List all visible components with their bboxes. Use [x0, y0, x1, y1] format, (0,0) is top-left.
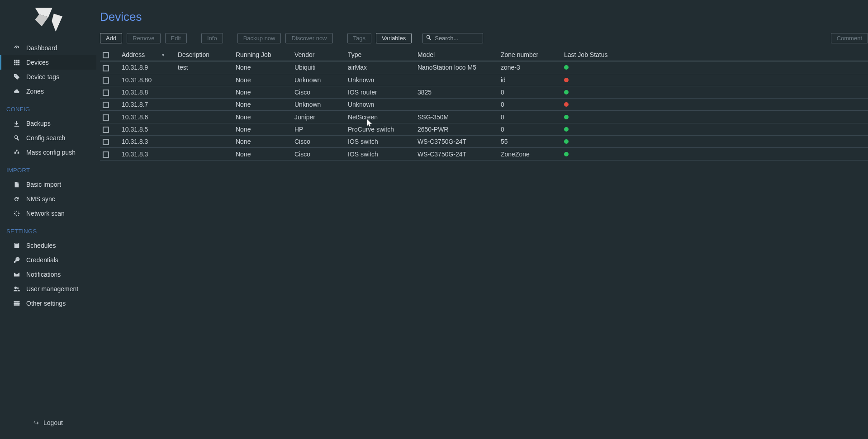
sidebar-item-zones[interactable]: Zones	[0, 84, 96, 99]
search-input[interactable]	[435, 35, 480, 42]
sliders-icon	[13, 300, 21, 307]
sidebar-item-label: Zones	[26, 88, 44, 95]
sidebar-item-mass-config-push[interactable]: Mass config push	[0, 145, 96, 160]
sidebar-item-network-scan[interactable]: Network scan	[0, 206, 96, 221]
table-row[interactable]: 10.31.8.8NoneCiscoIOS router38250	[100, 86, 868, 98]
cell-vendor: Cisco	[292, 86, 345, 98]
sidebar-item-label: Network scan	[26, 210, 65, 217]
checkbox-icon[interactable]	[103, 90, 109, 96]
cell-running-job: None	[233, 86, 292, 98]
cell-description	[175, 74, 233, 86]
sidebar-section-settings: SETTINGS	[0, 224, 96, 238]
column-header-checkbox[interactable]	[100, 49, 119, 61]
checkbox-icon[interactable]	[103, 77, 109, 84]
cell-description: test	[175, 61, 233, 74]
row-checkbox-cell[interactable]	[100, 148, 119, 160]
checkbox-icon[interactable]	[103, 52, 109, 58]
table-row[interactable]: 10.31.8.6NoneJuniperNetScreenSSG-350M0	[100, 111, 868, 123]
search-icon	[13, 135, 21, 141]
sidebar-item-credentials[interactable]: Credentials	[0, 253, 96, 267]
column-header-address[interactable]: Address ▼	[119, 49, 175, 61]
cell-zone: 0	[498, 111, 561, 123]
checkbox-icon[interactable]	[103, 114, 109, 121]
column-header-vendor[interactable]: Vendor	[292, 49, 345, 61]
checkbox-icon[interactable]	[103, 65, 109, 71]
table-row[interactable]: 10.31.8.3NoneCiscoIOS switchWS-C3750G-24…	[100, 148, 868, 160]
sidebar-item-label: Backups	[26, 120, 51, 127]
column-header-description[interactable]: Description	[175, 49, 233, 61]
app-logo	[0, 0, 96, 41]
remove-button[interactable]: Remove	[127, 33, 160, 43]
comment-button[interactable]: Comment	[831, 33, 868, 43]
cell-type: ProCurve switch	[345, 123, 415, 135]
cell-zone: 0	[498, 99, 561, 111]
sidebar-item-notifications[interactable]: Notifications	[0, 267, 96, 282]
sidebar-item-backups[interactable]: Backups	[0, 116, 96, 131]
logout-button[interactable]: ↪ Logout	[0, 412, 96, 439]
cell-description	[175, 136, 233, 148]
cell-type: Unknown	[345, 74, 415, 86]
sidebar-item-nms-sync[interactable]: NMS sync	[0, 192, 96, 206]
cell-zone: 0	[498, 123, 561, 135]
row-checkbox-cell[interactable]	[100, 86, 119, 98]
checkbox-icon[interactable]	[103, 127, 109, 133]
table-row[interactable]: 10.31.8.7NoneUnknownUnknown0	[100, 99, 868, 111]
row-checkbox-cell[interactable]	[100, 61, 119, 74]
svg-marker-2	[52, 14, 62, 32]
variables-button[interactable]: Variables	[376, 33, 412, 43]
cell-model	[415, 99, 498, 111]
table-row[interactable]: 10.31.8.80NoneUnknownUnknownid	[100, 74, 868, 86]
sidebar-item-basic-import[interactable]: Basic import	[0, 177, 96, 192]
edit-button[interactable]: Edit	[165, 33, 187, 43]
cell-address: 10.31.8.3	[119, 148, 175, 160]
cell-zone: 0	[498, 86, 561, 98]
row-checkbox-cell[interactable]	[100, 111, 119, 123]
table-row[interactable]: 10.31.8.5NoneHPProCurve switch2650-PWR0	[100, 123, 868, 135]
cell-running-job: None	[233, 61, 292, 74]
cell-address: 10.31.8.7	[119, 99, 175, 111]
column-header-type[interactable]: Type	[345, 49, 415, 61]
cell-address: 10.31.8.80	[119, 74, 175, 86]
discover-now-button[interactable]: Discover now	[285, 33, 332, 43]
cell-status	[561, 123, 868, 135]
add-button[interactable]: Add	[100, 33, 122, 43]
checkbox-icon[interactable]	[103, 102, 109, 108]
column-header-zone-number[interactable]: Zone number	[498, 49, 561, 61]
info-button[interactable]: Info	[201, 33, 223, 43]
cell-type: airMax	[345, 61, 415, 74]
cell-running-job: None	[233, 136, 292, 148]
sidebar-item-schedules[interactable]: Schedules	[0, 238, 96, 253]
row-checkbox-cell[interactable]	[100, 136, 119, 148]
logo-icon	[32, 8, 65, 33]
cell-description	[175, 111, 233, 123]
column-header-running-job[interactable]: Running Job	[233, 49, 292, 61]
sidebar-item-label: Dashboard	[26, 44, 57, 52]
cell-address: 10.31.8.6	[119, 111, 175, 123]
cell-type: IOS switch	[345, 136, 415, 148]
tags-button[interactable]: Tags	[347, 33, 371, 43]
sidebar-item-device-tags[interactable]: Device tags	[0, 70, 96, 84]
row-checkbox-cell[interactable]	[100, 99, 119, 111]
backup-now-button[interactable]: Backup now	[237, 33, 281, 43]
sidebar-item-devices[interactable]: Devices	[0, 55, 96, 70]
sidebar-item-label: Device tags	[26, 73, 59, 80]
table-row[interactable]: 10.31.8.3NoneCiscoIOS switchWS-C3750G-24…	[100, 136, 868, 148]
table-row[interactable]: 10.31.8.9testNoneUbiquitiairMaxNanoStati…	[100, 61, 868, 74]
cell-zone: ZoneZone	[498, 148, 561, 160]
status-dot-icon	[564, 65, 569, 70]
svg-marker-0	[35, 8, 52, 17]
row-checkbox-cell[interactable]	[100, 74, 119, 86]
column-header-model[interactable]: Model	[415, 49, 498, 61]
cell-description	[175, 148, 233, 160]
tag-icon	[13, 74, 21, 80]
cell-status	[561, 136, 868, 148]
sidebar-item-label: Schedules	[26, 242, 56, 249]
sidebar-item-other-settings[interactable]: Other settings	[0, 296, 96, 311]
checkbox-icon[interactable]	[103, 151, 109, 158]
sidebar-item-config-search[interactable]: Config search	[0, 131, 96, 145]
checkbox-icon[interactable]	[103, 139, 109, 145]
column-header-last-job-status[interactable]: Last Job Status	[561, 49, 868, 61]
sidebar-item-user-management[interactable]: User management	[0, 282, 96, 296]
sidebar-item-dashboard[interactable]: Dashboard	[0, 41, 96, 55]
row-checkbox-cell[interactable]	[100, 123, 119, 135]
